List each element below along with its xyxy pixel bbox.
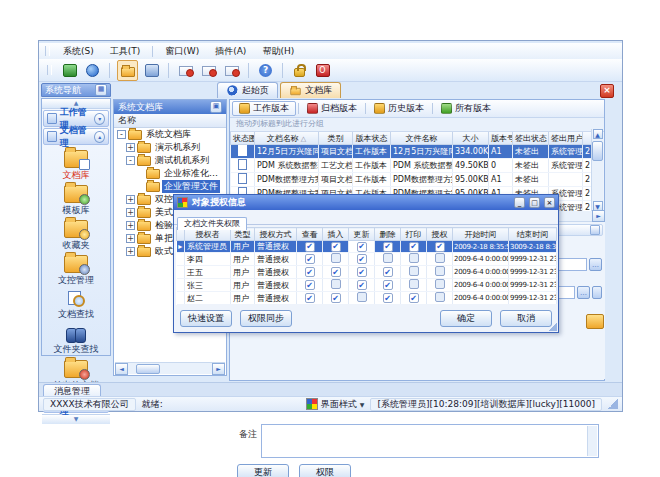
column-header[interactable]: 开始时间 bbox=[453, 228, 509, 241]
checkbox-checked-icon[interactable]: ✔ bbox=[409, 242, 419, 252]
toolbar-button-message-send[interactable] bbox=[222, 61, 241, 80]
remark-textarea[interactable] bbox=[261, 424, 599, 458]
column-header[interactable]: 更新 bbox=[349, 228, 375, 241]
column-header[interactable]: 打印 bbox=[401, 228, 427, 241]
pin-icon[interactable] bbox=[590, 225, 600, 235]
expand-icon[interactable]: + bbox=[126, 247, 135, 256]
version-tab-work[interactable]: 工作版本 bbox=[232, 101, 296, 116]
checkbox-checked-icon[interactable]: ✔ bbox=[383, 267, 393, 277]
column-header[interactable]: 签出状态 bbox=[513, 132, 549, 145]
sidebar-item-doc-control[interactable]: 文控管理 bbox=[42, 253, 110, 288]
checkbox-checked-icon[interactable]: ✔ bbox=[357, 242, 367, 252]
sidebar-item-doc-search[interactable]: 文档查找 bbox=[42, 288, 110, 323]
checkbox-checked-icon[interactable]: ✔ bbox=[383, 280, 393, 290]
expand-icon[interactable]: + bbox=[126, 208, 135, 217]
toolbar-button-network[interactable] bbox=[83, 61, 102, 80]
checkbox-checked-icon[interactable]: ✔ bbox=[305, 242, 315, 252]
sidebar-item-doc-library[interactable]: 文档库 bbox=[42, 148, 110, 183]
dialog-button-快速设置[interactable]: 快速设置 bbox=[180, 310, 232, 327]
column-header[interactable]: 插入 bbox=[323, 228, 349, 241]
checkbox-checked-icon[interactable]: ✔ bbox=[331, 293, 341, 303]
checkbox-unchecked-icon[interactable] bbox=[409, 266, 419, 276]
column-header[interactable]: 类别 bbox=[319, 132, 353, 145]
tree-horizontal-scrollbar[interactable]: ◄ ► bbox=[115, 362, 225, 374]
permission-row[interactable]: 赵二用户普通授权✔✔✔✔2009-6-4 0:00:009999-12-31 2… bbox=[177, 292, 557, 305]
sidebar-item-folder-search[interactable]: 文件夹查找 bbox=[42, 323, 110, 358]
checkbox-checked-icon[interactable]: ✔ bbox=[331, 267, 341, 277]
group-by-bar[interactable]: 拖动列标题到此进行分组 bbox=[230, 118, 604, 132]
permission-row[interactable]: 张三用户普通授权✔✔✔2009-6-4 0:00:009999-12-31 23… bbox=[177, 279, 557, 292]
checkbox-checked-icon[interactable]: ✔ bbox=[357, 280, 367, 290]
column-header[interactable]: 大小 bbox=[453, 132, 489, 145]
checkbox-unchecked-icon[interactable] bbox=[435, 266, 445, 276]
checkbox-unchecked-icon[interactable] bbox=[409, 279, 419, 289]
checkbox-checked-icon[interactable]: ✔ bbox=[305, 280, 315, 290]
version-tab-history[interactable]: 历史版本 bbox=[368, 102, 430, 115]
permission-row[interactable]: ▸系统管理员用户普通授权✔✔✔✔✔✔2009-2-18 8:35:573009-… bbox=[177, 241, 557, 253]
toolbar-button-open-library[interactable] bbox=[117, 60, 138, 81]
sidebar-header-button[interactable]: ▦ bbox=[95, 84, 107, 96]
checkbox-unchecked-icon[interactable] bbox=[435, 279, 445, 289]
dialog-button-权限同步[interactable]: 权限同步 bbox=[240, 310, 292, 327]
column-header[interactable]: 版本状态 bbox=[353, 132, 391, 145]
column-header[interactable]: 结束时间 bbox=[509, 228, 557, 241]
sidebar-scroll-down[interactable]: ▼ bbox=[42, 414, 110, 424]
toolbar-button-help[interactable] bbox=[256, 61, 275, 80]
tab-doclib[interactable]: 文档库 bbox=[280, 82, 341, 98]
open-folder-icon[interactable] bbox=[586, 314, 604, 329]
scroll-up-icon[interactable]: ▲ bbox=[593, 129, 603, 139]
checkbox-checked-icon[interactable]: ✔ bbox=[305, 254, 315, 264]
column-header[interactable]: 类型 bbox=[231, 228, 255, 241]
table-row[interactable]: 12月5日万兴隆同行...项目文档工作版本12月5日万兴隆同行...334.00… bbox=[231, 145, 595, 159]
minimize-icon[interactable]: _ bbox=[514, 197, 525, 208]
checkbox-checked-icon[interactable]: ✔ bbox=[357, 267, 367, 277]
checkbox-checked-icon[interactable]: ✔ bbox=[331, 242, 341, 252]
permission-row[interactable]: 李四用户普通授权✔✔2009-6-4 0:00:009999-12-31 23:… bbox=[177, 253, 557, 266]
column-header[interactable]: 删除 bbox=[375, 228, 401, 241]
checkbox-unchecked-icon[interactable] bbox=[357, 292, 367, 302]
checkbox-checked-icon[interactable]: ✔ bbox=[305, 267, 315, 277]
ui-style-button[interactable]: 界面样式 ▼ bbox=[306, 398, 365, 411]
checkbox-unchecked-icon[interactable] bbox=[409, 253, 419, 263]
table-row[interactable]: PDM数据整理方案.doc项目文档工作版本PDM数据整理方案.doc95.00K… bbox=[231, 173, 595, 187]
scroll-right-icon[interactable]: ► bbox=[592, 210, 605, 222]
dialog-button-确定[interactable]: 确定 bbox=[440, 310, 492, 327]
menu-item-tools[interactable]: 工具(T) bbox=[103, 44, 148, 59]
maximize-icon[interactable]: □ bbox=[529, 197, 540, 208]
scroll-thumb[interactable] bbox=[136, 364, 160, 374]
dialog-button-取消[interactable]: 取消 bbox=[500, 310, 552, 327]
expand-icon[interactable]: + bbox=[126, 143, 135, 152]
tree-item[interactable]: +演示机系列 bbox=[114, 141, 226, 154]
checkbox-checked-icon[interactable]: ✔ bbox=[357, 254, 367, 264]
tree-column-header[interactable]: 名称 bbox=[114, 114, 226, 128]
column-header[interactable]: 文件名称 bbox=[391, 132, 453, 145]
expand-icon[interactable]: + bbox=[126, 195, 135, 204]
sidebar-item-favorites[interactable]: 收藏夹 bbox=[42, 218, 110, 253]
checkbox-unchecked-icon[interactable] bbox=[331, 253, 341, 263]
close-tab-icon[interactable]: × bbox=[600, 84, 614, 98]
tree-item[interactable]: 企业标准化文件 bbox=[114, 167, 226, 180]
collapse-icon[interactable]: - bbox=[117, 130, 126, 139]
toolbar-button-message-receive[interactable] bbox=[199, 61, 218, 80]
sidebar-item-template-library[interactable]: 模板库 bbox=[42, 183, 110, 218]
tab-start[interactable]: 起始页 bbox=[217, 82, 278, 98]
toolbar-button-workspace[interactable] bbox=[142, 61, 161, 80]
sidebar-group-document[interactable]: 文档管理▴ bbox=[43, 128, 109, 145]
dialog-resize-grip[interactable] bbox=[548, 322, 557, 331]
checkbox-checked-icon[interactable]: ✔ bbox=[383, 242, 393, 252]
update-button[interactable]: 更新 bbox=[237, 464, 289, 477]
menu-item-plugin[interactable]: 插件(A) bbox=[208, 44, 253, 59]
tree-header-button[interactable]: ▣ bbox=[210, 101, 222, 113]
toolbar-button-workstation[interactable] bbox=[60, 61, 79, 80]
checkbox-unchecked-icon[interactable] bbox=[435, 292, 445, 302]
column-header[interactable]: 授权 bbox=[427, 228, 453, 241]
table-vertical-scrollbar[interactable]: ▲ ▼ bbox=[591, 129, 603, 211]
tree-item[interactable]: 企业管理文件 bbox=[114, 180, 226, 193]
version-tab-archive[interactable]: 归档版本 bbox=[301, 102, 363, 115]
checkbox-checked-icon[interactable]: ✔ bbox=[409, 293, 419, 303]
menu-item-help[interactable]: 帮助(H) bbox=[255, 44, 301, 59]
permission-button[interactable]: 权限 bbox=[299, 464, 351, 477]
dialog-titlebar[interactable]: 对象授权信息 _ □ × bbox=[174, 195, 558, 210]
remark-scrollbar[interactable] bbox=[587, 426, 597, 456]
checkbox-unchecked-icon[interactable] bbox=[435, 253, 445, 263]
